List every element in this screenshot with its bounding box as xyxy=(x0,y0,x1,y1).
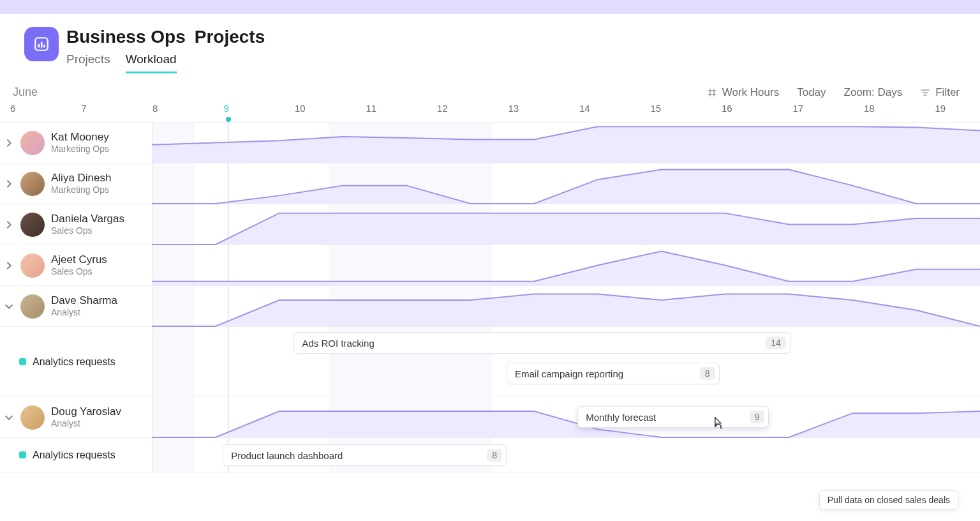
page-header: Business Ops Projects Projects Workload xyxy=(0,14,980,73)
workload-sparkline xyxy=(152,286,980,326)
person-row-label[interactable]: Doug YaroslavAnalyst xyxy=(0,397,152,437)
person-row: Dave SharmaAnalyst xyxy=(0,286,980,327)
expand-caret[interactable] xyxy=(4,220,14,230)
date-col-11: 11 xyxy=(366,103,438,122)
filter-icon xyxy=(920,87,930,98)
today-button[interactable]: Today xyxy=(797,86,826,99)
task-group-label-cell[interactable]: Analytics requests xyxy=(0,327,152,396)
avatar xyxy=(20,131,45,155)
tab-workload[interactable]: Workload xyxy=(126,52,177,73)
person-row: Aliya DineshMarketing Ops xyxy=(0,163,980,204)
task-group-row: Analytics requestsAds ROI tracking14Emai… xyxy=(0,327,980,397)
task-canvas: Product launch dashboard8 xyxy=(152,438,980,472)
date-col-17: 17 xyxy=(793,103,865,122)
task-name: Email campaign reporting xyxy=(515,368,623,379)
tabs: Projects Workload xyxy=(66,52,265,73)
expand-caret[interactable] xyxy=(4,412,14,423)
task-hours-badge: 8 xyxy=(700,367,715,380)
person-role: Marketing Ops xyxy=(51,185,112,196)
person-name: Daniela Vargas xyxy=(51,212,124,225)
task-bar[interactable]: Monthly forecast9 xyxy=(577,406,769,428)
task-hours-badge: 9 xyxy=(750,411,765,423)
avatar xyxy=(20,172,45,196)
svg-rect-1 xyxy=(38,44,40,47)
date-col-10: 10 xyxy=(295,103,366,122)
task-hours-badge: 14 xyxy=(766,336,786,349)
person-row-label[interactable]: Ajeet CyrusSales Ops xyxy=(0,245,152,285)
person-role: Marketing Ops xyxy=(51,144,109,155)
person-name: Kat Mooney xyxy=(51,130,109,144)
person-role: Sales Ops xyxy=(51,225,124,237)
person-name: Doug Yaroslav xyxy=(51,405,121,418)
date-col-15: 15 xyxy=(651,103,722,122)
date-col-14: 14 xyxy=(579,103,651,122)
person-name: Aliya Dinesh xyxy=(51,171,112,185)
date-col-8: 8 xyxy=(152,103,224,122)
person-role: Analyst xyxy=(51,307,117,319)
expand-caret[interactable] xyxy=(4,260,14,271)
avatar xyxy=(20,213,45,237)
task-name: Product launch dashboard xyxy=(231,450,343,461)
task-group-label: Analytics requests xyxy=(33,449,115,461)
expand-caret[interactable] xyxy=(4,179,14,189)
date-ruler: 678910111213141516171819 xyxy=(0,103,980,122)
svg-rect-2 xyxy=(41,42,43,48)
task-canvas: Ads ROI tracking14Email campaign reporti… xyxy=(152,327,980,396)
expand-caret[interactable] xyxy=(4,138,14,148)
person-role: Analyst xyxy=(51,418,121,430)
task-bar[interactable]: Ads ROI tracking14 xyxy=(293,332,790,354)
person-row-label[interactable]: Kat MooneyMarketing Ops xyxy=(0,123,152,163)
workload-grid: Kat MooneyMarketing OpsAliya DineshMarke… xyxy=(0,122,980,472)
workload-sparkline xyxy=(152,245,980,285)
date-col-6: 6 xyxy=(10,103,82,122)
month-label: June xyxy=(13,86,38,99)
task-group-label-cell[interactable]: Analytics requests xyxy=(0,438,152,472)
cursor-icon xyxy=(711,416,724,432)
work-hours-button[interactable]: Work Hours xyxy=(707,86,779,99)
filter-label: Filter xyxy=(935,86,960,99)
task-tooltip: Pull data on closed sales deals xyxy=(819,490,958,510)
project-color-swatch xyxy=(19,451,26,458)
work-hours-label: Work Hours xyxy=(722,86,779,99)
date-col-9: 9 xyxy=(224,103,295,122)
person-name: Dave Sharma xyxy=(51,294,117,307)
person-role: Sales Ops xyxy=(51,266,107,278)
task-bar[interactable]: Product launch dashboard8 xyxy=(223,444,507,466)
workload-sparkline xyxy=(152,163,980,204)
workload-sparkline xyxy=(152,204,980,245)
today-label: Today xyxy=(797,86,826,99)
person-row: Daniela VargasSales Ops xyxy=(0,204,980,245)
person-row: Ajeet CyrusSales Ops xyxy=(0,245,980,286)
filter-button[interactable]: Filter xyxy=(920,86,960,99)
app-icon xyxy=(24,27,59,61)
task-bar[interactable]: Email campaign reporting8 xyxy=(507,363,720,384)
section-name: Projects xyxy=(195,27,265,47)
person-row-label[interactable]: Aliya DineshMarketing Ops xyxy=(0,163,152,204)
avatar xyxy=(20,405,45,430)
date-col-12: 12 xyxy=(437,103,509,122)
avatar xyxy=(20,253,45,278)
zoom-selector[interactable]: Zoom: Days xyxy=(844,86,903,99)
project-color-swatch xyxy=(19,358,26,365)
task-name: Ads ROI tracking xyxy=(302,338,374,349)
team-name: Business Ops xyxy=(66,27,186,47)
date-col-18: 18 xyxy=(864,103,935,122)
person-row-label[interactable]: Dave SharmaAnalyst xyxy=(0,286,152,326)
task-group-row: Analytics requestsProduct launch dashboa… xyxy=(0,438,980,472)
date-col-13: 13 xyxy=(509,103,580,122)
person-row-label[interactable]: Daniela VargasSales Ops xyxy=(0,204,152,245)
zoom-label: Zoom: Days xyxy=(844,86,903,99)
date-col-16: 16 xyxy=(722,103,793,122)
task-group-label: Analytics requests xyxy=(33,356,115,368)
expand-caret[interactable] xyxy=(4,301,14,312)
avatar xyxy=(20,294,45,319)
person-name: Ajeet Cyrus xyxy=(51,253,107,266)
grid-icon xyxy=(707,87,717,98)
task-name: Monthly forecast xyxy=(586,412,656,423)
workload-sparkline xyxy=(152,123,980,163)
task-hours-badge: 8 xyxy=(487,449,502,462)
tab-projects[interactable]: Projects xyxy=(66,52,110,73)
bar-chart-icon xyxy=(33,36,50,52)
date-col-7: 7 xyxy=(82,103,153,122)
person-row: Kat MooneyMarketing Ops xyxy=(0,123,980,163)
